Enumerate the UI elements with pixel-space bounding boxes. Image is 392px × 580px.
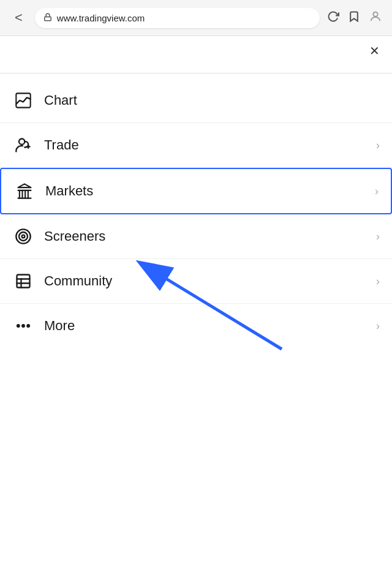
svg-point-22 [27,325,29,327]
svg-rect-16 [17,275,30,288]
screeners-chevron: › [376,230,380,243]
markets-label: Markets [45,183,375,199]
svg-rect-0 [45,17,51,20]
trade-chevron: › [376,139,380,152]
back-button[interactable]: < [10,7,28,28]
screeners-label: Screeners [44,228,376,244]
svg-point-14 [19,232,28,241]
more-chevron: › [376,320,380,333]
menu-item-screeners[interactable]: Screeners › [0,214,392,259]
profile-icon[interactable] [369,10,382,26]
lock-icon [43,13,52,23]
svg-marker-8 [18,184,31,187]
browser-chrome: < www.tradingview.com [0,0,392,36]
community-icon [12,270,34,292]
url-text: www.tradingview.com [57,13,311,23]
menu-item-more[interactable]: More › [0,304,392,348]
svg-point-1 [373,12,377,16]
more-icon [12,315,34,337]
svg-point-3 [19,139,24,145]
svg-rect-2 [16,93,30,107]
svg-point-21 [22,325,24,327]
svg-point-20 [17,325,20,327]
address-bar[interactable]: www.tradingview.com [35,8,320,28]
screeners-icon [12,225,34,247]
trade-icon [12,134,34,156]
menu-item-chart[interactable]: Chart [0,78,392,123]
bookmark-icon[interactable] [348,10,360,26]
chart-label: Chart [44,92,380,108]
more-label: More [44,318,376,334]
menu-item-markets[interactable]: Markets › [0,168,392,214]
menu-item-trade[interactable]: Trade › [0,123,392,168]
trade-label: Trade [44,137,376,153]
menu-divider [0,73,392,73]
community-chevron: › [376,275,380,288]
reload-icon[interactable] [327,10,339,26]
chart-icon [12,89,34,111]
svg-point-15 [22,235,25,238]
close-button[interactable]: ✕ [369,43,380,58]
markets-chevron: › [375,185,379,198]
markets-icon [13,180,36,202]
menu-container: ✕ Chart Trade › [0,36,392,348]
menu-item-community[interactable]: Community › [0,259,392,304]
browser-actions [327,10,382,26]
community-label: Community [44,273,376,289]
